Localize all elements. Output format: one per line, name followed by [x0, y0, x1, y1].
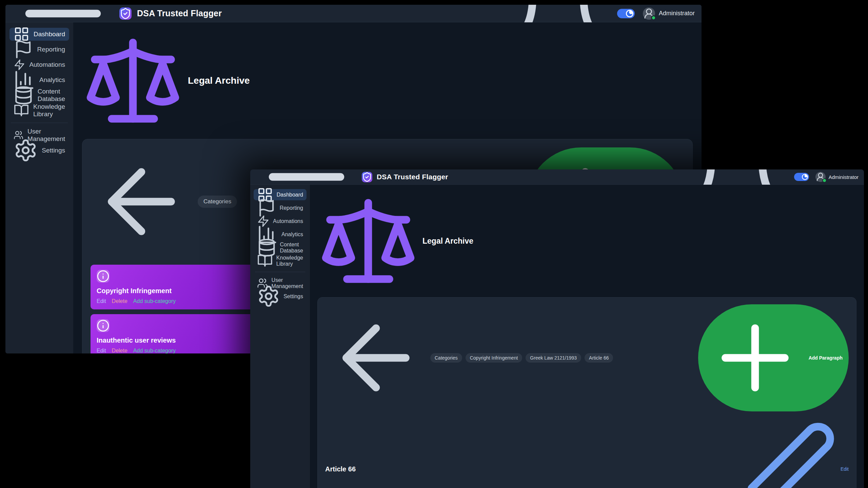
book-icon: [14, 103, 29, 118]
edit-label: Edit: [841, 466, 849, 472]
sidebar-item-label: Settings: [42, 147, 65, 154]
moon-icon: [626, 10, 633, 17]
toggle-knob: [626, 10, 633, 17]
delete-category-link[interactable]: Delete: [112, 298, 127, 304]
sidebar-item-knowledge-library[interactable]: Knowledge Library: [254, 255, 307, 266]
sidebar: Dashboard Reporting Automations Analytic…: [5, 22, 73, 353]
main-content: Legal Archive Categories Copyright Infri…: [310, 185, 864, 488]
back-button[interactable]: [325, 307, 427, 409]
online-status-dot: [822, 178, 827, 183]
sidebar-item-content-database[interactable]: Content Database: [9, 89, 69, 102]
window-article: DSA Trusted Flagger Administrator Dashbo…: [250, 169, 864, 488]
sidebar-item-label: Dashboard: [34, 30, 65, 38]
sidebar-item-settings[interactable]: Settings: [9, 144, 69, 157]
page-title-text: Legal Archive: [422, 237, 473, 246]
breadcrumb-article-66[interactable]: Article 66: [585, 353, 613, 363]
sidebar-item-label: Settings: [283, 293, 303, 300]
sidebar-item-content-database[interactable]: Content Database: [254, 242, 307, 253]
sidebar-item-reporting[interactable]: Reporting: [254, 202, 307, 214]
user-menu[interactable]: Administrator: [815, 172, 859, 182]
gear-icon: [14, 138, 38, 162]
flag-icon: [14, 40, 33, 59]
sidebar-item-reporting[interactable]: Reporting: [9, 43, 69, 56]
dark-mode-toggle[interactable]: [794, 173, 809, 181]
dark-mode-toggle[interactable]: [617, 9, 635, 18]
scales-icon: [82, 30, 184, 131]
add-paragraph-label: Add Paragraph: [809, 355, 843, 361]
user-menu[interactable]: Administrator: [643, 7, 695, 20]
toggle-knob: [802, 174, 808, 180]
app-logo: [362, 172, 372, 182]
window-body: Dashboard Reporting Automations Analytic…: [250, 185, 864, 488]
sidebar-item-knowledge-library[interactable]: Knowledge Library: [9, 104, 69, 117]
add-subcategory-link[interactable]: Add sub-category: [133, 298, 176, 304]
sidebar-item-label: Analytics: [39, 76, 65, 84]
book-icon: [257, 253, 273, 269]
sidebar-item-analytics[interactable]: Analytics: [9, 74, 69, 86]
gear-icon: [257, 285, 280, 308]
sidebar-item-label: Knowledge Library: [33, 103, 65, 118]
app-title: DSA Trusted Flagger: [377, 173, 448, 181]
sidebar-item-label: Automations: [273, 218, 303, 224]
add-subcategory-link[interactable]: Add sub-category: [133, 348, 176, 353]
article-header: Article 66 Edit: [325, 418, 849, 488]
sidebar-item-label: Reporting: [37, 46, 65, 53]
sidebar-divider: [255, 272, 305, 272]
delete-category-link[interactable]: Delete: [112, 348, 127, 353]
shield-icon: [362, 172, 372, 182]
back-button[interactable]: [91, 151, 192, 252]
user-label: Administrator: [829, 174, 859, 180]
plus-icon: [704, 307, 806, 409]
edit-category-link[interactable]: Edit: [97, 298, 106, 304]
sidebar-item-label: Dashboard: [277, 192, 303, 198]
online-status-dot: [651, 15, 656, 20]
breadcrumb-copyright-infringement[interactable]: Copyright Infringement: [466, 353, 522, 363]
breadcrumb-greek-law[interactable]: Greek Law 2121/1993: [526, 353, 581, 363]
shield-icon: [119, 7, 132, 20]
avatar: [815, 172, 826, 182]
sidebar-item-label: Content Database: [280, 242, 303, 254]
sidebar: Dashboard Reporting Automations Analytic…: [250, 185, 310, 488]
article-title: Article 66: [325, 465, 356, 473]
app-logo: [119, 7, 132, 20]
sidebar-item-label: Analytics: [281, 231, 303, 238]
sidebar-item-label: Knowledge Library: [276, 255, 303, 267]
add-paragraph-button[interactable]: Add Paragraph: [698, 304, 849, 411]
info-icon: [97, 270, 110, 283]
breadcrumb: Categories Copyright Infringement Greek …: [325, 304, 849, 411]
arrow-left-icon: [91, 151, 192, 252]
page-title: Legal Archive: [82, 30, 693, 131]
app-title: DSA Trusted Flagger: [137, 8, 222, 18]
user-label: Administrator: [659, 10, 695, 17]
article-panel: Categories Copyright Infringement Greek …: [317, 297, 856, 488]
scales-icon: [317, 190, 419, 292]
database-icon: [14, 85, 34, 105]
page-title: Legal Archive: [317, 190, 856, 292]
desktop-stage: DSA Trusted Flagger Administrator Dashbo…: [0, 0, 868, 488]
moon-icon: [802, 174, 808, 180]
sidebar-item-label: Reporting: [280, 205, 303, 211]
info-icon: [97, 319, 110, 332]
titlebar: DSA Trusted Flagger Administrator: [5, 5, 702, 22]
arrow-left-icon: [325, 307, 427, 409]
avatar: [643, 7, 655, 20]
sidebar-item-label: Automations: [29, 61, 65, 68]
breadcrumb-categories[interactable]: Categories: [198, 196, 237, 208]
pencil-icon: [737, 418, 839, 488]
sidebar-item-settings[interactable]: Settings: [254, 291, 307, 302]
sidebar-divider: [11, 123, 68, 123]
titlebar: DSA Trusted Flagger Administrator: [250, 169, 864, 185]
edit-article-link[interactable]: Edit: [737, 418, 849, 488]
sidebar-item-label: Content Database: [38, 88, 65, 103]
breadcrumb-categories[interactable]: Categories: [430, 353, 462, 363]
edit-category-link[interactable]: Edit: [97, 348, 106, 353]
page-title-text: Legal Archive: [188, 75, 250, 86]
sidebar-item-dashboard[interactable]: Dashboard: [9, 28, 69, 41]
